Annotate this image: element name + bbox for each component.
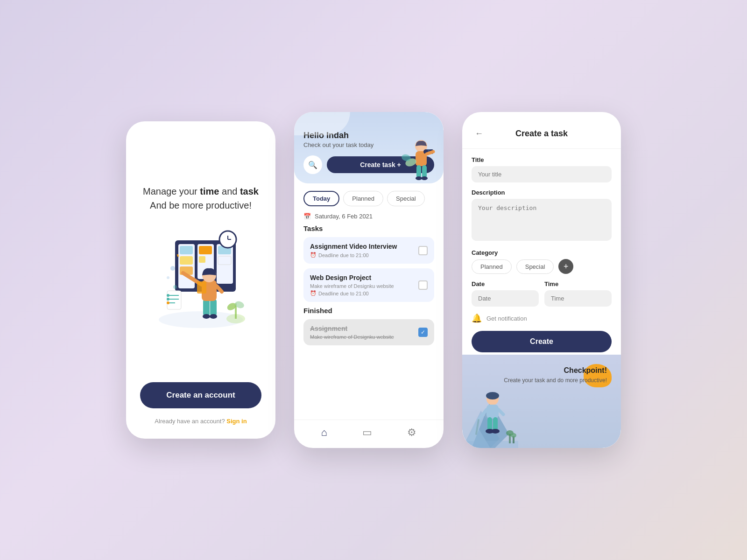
svg-rect-58 [486,405,499,419]
svg-rect-11 [218,256,231,265]
screen-tasks: Hello Indah Check out your task today 🔍 … [294,112,444,448]
svg-line-65 [499,410,503,414]
screen-welcome: Manage your time and task And be more pr… [126,121,275,439]
header-person-illustration [402,134,441,183]
finished-task-info: Assignment Make wireframe of Designku we… [310,325,418,340]
description-textarea[interactable] [472,199,612,241]
svg-point-69 [511,433,516,438]
checkpoint-title: Checkpoint! [472,366,607,375]
screen-create-task: ← Create a task Title Description Catego… [462,112,621,448]
tab-row: Today Planned Special [303,191,434,206]
checkpoint-text: Checkpoint! Create your task and do more… [472,364,612,385]
back-button[interactable]: ← [472,126,486,141]
date-input[interactable] [472,290,539,307]
svg-rect-5 [180,246,193,254]
alarm-icon: ⏰ [310,252,317,258]
svg-point-47 [416,176,422,180]
description-label: Description [472,189,612,196]
svg-rect-46 [422,165,427,178]
nav-home-icon[interactable]: ⌂ [321,427,327,439]
svg-point-38 [167,301,169,304]
svg-line-44 [427,152,433,154]
tagline-normal: Manage your [143,186,200,196]
bottom-nav: ⌂ ▭ ⚙ [294,420,444,448]
svg-point-26 [167,276,169,279]
illustration-area: Manage your time and task And be more pr… [140,140,261,382]
tagline-bold-task: task [240,186,259,196]
date-text: Saturday, 6 Feb 2021 [315,213,373,220]
task1-checkbox[interactable] [418,246,428,255]
signin-prompt: Already have an account? [155,418,225,425]
date-time-row: Date Time [472,280,612,307]
finished-task-sub: Make wireframe of Designku website [310,334,418,340]
create-task-form: Title Description Category Planned Speci… [462,149,621,355]
tasks-section-title: Tasks [303,224,434,232]
title-label: Title [472,156,612,163]
finished-task-name: Assignment [310,325,418,332]
task2-deadline: ⏰ Deadline due to 21:00 [310,290,418,296]
finished-checkbox[interactable]: ✓ [418,328,428,337]
create-task-footer: Checkpoint! Create your task and do more… [462,355,621,448]
date-row: 📅 Saturday, 6 Feb 2021 [303,213,434,220]
svg-point-36 [167,294,169,297]
calendar-icon: 📅 [303,213,311,220]
tab-special[interactable]: Special [387,191,425,206]
date-label: Date [472,280,539,287]
tab-planned[interactable]: Planned [343,191,383,206]
svg-point-27 [173,285,177,289]
signin-section: Already have an account? Sign in [155,418,247,425]
nav-settings-icon[interactable]: ⚙ [407,427,416,439]
task2-sub: Make wireframe of Designku website [310,283,418,289]
search-icon: 🔍 [308,161,317,169]
notification-icon: 🔔 [472,313,482,323]
date-col: Date [472,280,539,307]
tagline: Manage your time and task And be more pr… [143,184,259,212]
create-task-header: ← Create a task [462,112,621,149]
svg-rect-45 [416,165,421,178]
svg-rect-16 [203,299,210,316]
task2-name: Web Design Project [310,274,418,281]
svg-point-37 [167,298,169,301]
time-input[interactable] [544,290,612,307]
task2-info: Web Design Project Make wireframe of Des… [310,274,418,296]
signin-link[interactable]: Sign in [226,418,247,425]
create-task-title: Create a task [486,129,597,139]
svg-rect-9 [199,256,205,263]
finished-section-title: Finished [303,307,434,315]
category-add-button[interactable]: + [558,259,573,274]
task1-deadline: ⏰ Deadline due to 21:00 [310,252,418,258]
create-button[interactable]: Create [472,331,612,352]
svg-line-15 [177,254,178,257]
svg-rect-32 [167,291,181,309]
alarm-icon-2: ⏰ [310,290,317,296]
task1-name: Assignment Video Interview [310,243,418,250]
title-input[interactable] [472,166,612,182]
task-card-2: Web Design Project Make wireframe of Des… [303,268,434,302]
task-card-1: Assignment Video Interview ⏰ Deadline du… [303,237,434,264]
tasks-body: Today Planned Special 📅 Saturday, 6 Feb … [294,183,444,420]
back-icon: ← [475,129,483,139]
category-label: Category [472,249,612,256]
svg-rect-8 [199,246,212,254]
time-label: Time [544,280,612,287]
task1-info: Assignment Video Interview ⏰ Deadline du… [310,243,418,258]
tab-today[interactable]: Today [303,191,339,206]
tasks-header: Hello Indah Check out your task today 🔍 … [294,112,444,183]
hiker-illustration [462,373,518,448]
svg-point-48 [421,176,428,180]
nav-calendar-icon[interactable]: ▭ [362,427,372,439]
create-account-button[interactable]: Create an account [140,382,261,408]
svg-point-56 [486,392,499,399]
task-card-finished: Assignment Make wireframe of Designku we… [303,319,434,345]
welcome-illustration [149,226,252,329]
svg-point-19 [210,314,217,319]
task2-checkbox[interactable] [418,280,428,290]
search-button[interactable]: 🔍 [303,155,322,174]
svg-point-62 [491,429,500,434]
notification-text: Get notification [486,315,527,322]
screens-container: Manage your time and task And be more pr… [126,112,621,448]
checkpoint-sub: Create your task and do more productive! [472,377,607,385]
category-planned[interactable]: Planned [472,259,512,274]
category-row: Planned Special + [472,259,612,274]
category-special[interactable]: Special [516,259,554,274]
